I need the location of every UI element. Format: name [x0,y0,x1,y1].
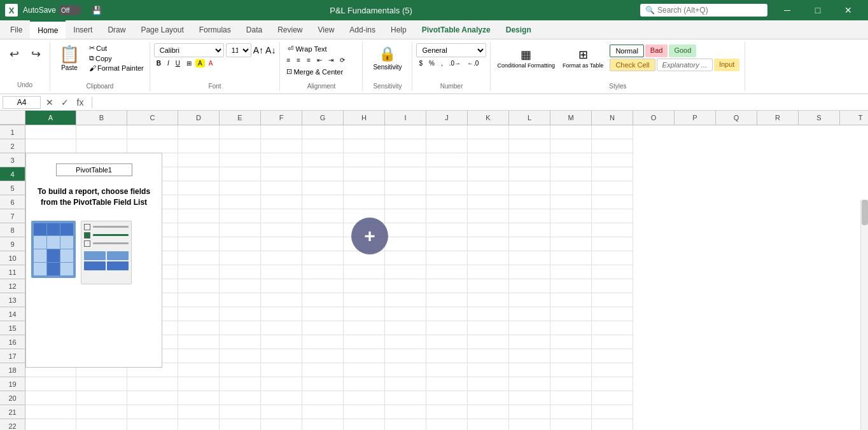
cell-N4[interactable] [592,167,633,181]
cell-D5[interactable] [178,181,220,195]
cell-L13[interactable] [509,293,550,307]
cell-J9[interactable] [426,237,468,251]
cell-J21[interactable] [426,405,468,419]
cell-K18[interactable] [468,363,509,377]
fill-color-button[interactable]: A [195,59,205,67]
cell-F3[interactable] [261,153,302,167]
cell-I22[interactable] [385,419,426,430]
cell-C19[interactable] [127,377,178,391]
cell-F20[interactable] [261,391,302,405]
copy-button[interactable]: ⧉ Copy [87,53,146,63]
cell-J11[interactable] [426,265,468,279]
cell-B21[interactable] [76,405,127,419]
cell-D4[interactable] [178,167,220,181]
close-button[interactable]: ✕ [834,0,863,20]
cell-H22[interactable] [344,419,385,430]
col-header-F[interactable]: F [261,111,302,125]
cell-F1[interactable] [261,125,302,139]
cell-N21[interactable] [592,405,633,419]
row-header-15[interactable]: 15 [0,321,25,335]
cell-K1[interactable] [468,125,509,139]
cell-N12[interactable] [592,279,633,293]
cell-I3[interactable] [385,153,426,167]
tab-page-layout[interactable]: Page Layout [133,20,191,39]
italic-button[interactable]: I [165,59,172,68]
cell-L19[interactable] [509,377,550,391]
cell-I19[interactable] [385,377,426,391]
cell-K7[interactable] [468,209,509,223]
tab-insert[interactable]: Insert [66,20,100,39]
cell-N20[interactable] [592,391,633,405]
formula-input[interactable] [97,97,865,108]
cell-F14[interactable] [261,307,302,321]
cell-J3[interactable] [426,153,468,167]
cell-K16[interactable] [468,335,509,349]
cell-F8[interactable] [261,223,302,237]
col-header-C[interactable]: C [127,111,178,125]
cell-K21[interactable] [468,405,509,419]
col-header-P[interactable]: P [675,111,716,125]
row-header-16[interactable]: 16 [0,335,25,349]
style-explanatory[interactable]: Explanatory ... [657,59,713,71]
cell-G18[interactable] [302,363,344,377]
col-header-H[interactable]: H [344,111,385,125]
cut-button[interactable]: ✂ Cut [87,43,146,53]
cell-L10[interactable] [509,251,550,265]
increase-font-button[interactable]: A↑ [253,45,263,55]
tab-design[interactable]: Design [498,20,539,39]
cell-G20[interactable] [302,391,344,405]
cell-I15[interactable] [385,321,426,335]
cell-L1[interactable] [509,125,550,139]
cell-I11[interactable] [385,265,426,279]
cell-I21[interactable] [385,405,426,419]
col-header-Q[interactable]: Q [716,111,757,125]
cell-N8[interactable] [592,223,633,237]
cell-K10[interactable] [468,251,509,265]
cell-K17[interactable] [468,349,509,363]
vertical-scrollbar[interactable] [860,200,868,430]
search-box[interactable]: 🔍 [640,4,767,17]
cell-D16[interactable] [178,335,220,349]
cell-I10[interactable] [385,251,426,265]
conditional-formatting-button[interactable]: ▦ Conditional Formatting [494,45,557,71]
cell-A19[interactable] [25,377,76,391]
tab-pivottable-analyze[interactable]: PivotTable Analyze [414,20,498,39]
redo-button[interactable]: ↪ [25,45,46,64]
number-format-select[interactable]: General [416,43,486,57]
cell-N16[interactable] [592,335,633,349]
cell-G19[interactable] [302,377,344,391]
style-bad[interactable]: Bad [645,45,668,57]
cell-D15[interactable] [178,321,220,335]
row-header-5[interactable]: 5 [0,181,25,195]
cell-G14[interactable] [302,307,344,321]
wrap-text-button[interactable]: ⏎ Wrap Text [284,43,330,54]
style-check-cell[interactable]: Check Cell [610,59,655,71]
row-header-3[interactable]: 3 [0,153,25,167]
cell-A1[interactable] [25,125,76,139]
save-icon[interactable]: 💾 [92,6,102,15]
cell-E16[interactable] [220,335,261,349]
tab-view[interactable]: View [311,20,342,39]
cell-L8[interactable] [509,223,550,237]
search-input[interactable] [657,6,753,15]
cell-N7[interactable] [592,209,633,223]
font-name-select[interactable]: Calibri [154,43,224,57]
tab-addins[interactable]: Add-ins [342,20,383,39]
cell-L6[interactable] [509,195,550,209]
cell-I1[interactable] [385,125,426,139]
cell-I12[interactable] [385,279,426,293]
cell-I20[interactable] [385,391,426,405]
cell-F18[interactable] [261,363,302,377]
cell-L17[interactable] [509,349,550,363]
cell-L21[interactable] [509,405,550,419]
cell-E14[interactable] [220,307,261,321]
cell-I17[interactable] [385,349,426,363]
col-header-J[interactable]: J [426,111,468,125]
cell-H11[interactable] [344,265,385,279]
cell-E15[interactable] [220,321,261,335]
cell-C1[interactable] [127,125,178,139]
cell-A20[interactable] [25,391,76,405]
cell-K22[interactable] [468,419,509,430]
cell-G21[interactable] [302,405,344,419]
autosave-toggle[interactable]: Off [59,5,81,15]
